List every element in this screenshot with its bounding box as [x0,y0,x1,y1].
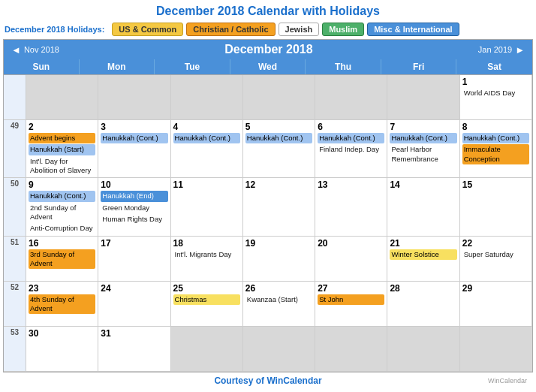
date-num: 5 [245,122,312,132]
date-num: 6 [318,122,384,132]
date-num: 20 [318,238,384,249]
calendar-event: Hanukkah (End) [101,191,167,201]
week-num: 53 [4,327,26,372]
day-header-tue: Tue [155,59,230,74]
date-num: 27 [318,283,384,294]
day-header-thu: Thu [306,59,381,74]
cal-cell: 6Hanukkah (Cont.)Finland Indep. Day [315,120,387,178]
tab-misc-international[interactable]: Misc & International [367,23,459,36]
cal-cell [460,327,532,372]
day-header-mon: Mon [80,59,155,74]
date-num: 15 [462,179,529,190]
date-num: 9 [29,179,95,190]
footer-text: Courtesy of WinCalendar [214,375,321,386]
wincalendar-credit: WinCalendar [488,377,527,384]
date-num: 4 [173,122,240,132]
calendar-event: World AIDS Day [462,88,529,98]
cal-cell: 3Hanukkah (Cont.) [98,120,170,178]
date-num: 24 [101,283,167,294]
cal-cell: 11 [171,178,243,236]
cal-cell [387,327,459,372]
calendar-event: Pearl Harbor Remembrance [390,144,456,164]
date-num: 10 [101,179,167,190]
tab-jewish[interactable]: Jewish [279,23,320,36]
calendar-container: ◄ Nov 2018 December 2018 Jan 2019 ► Sun … [3,39,533,372]
calendar-event: 2nd Sunday of Advent [29,203,95,223]
cal-cell: 19 [243,237,315,282]
cal-cell: 29 [460,282,532,327]
date-num: 31 [101,328,167,339]
calendar-event: Finland Indep. Day [318,144,384,155]
date-num: 2 [29,122,95,132]
date-num: 1 [462,77,529,87]
date-num: 30 [29,328,95,339]
calendar-event: 4th Sunday of Advent [29,294,95,315]
calendar-grid: 1World AIDS Day492Advent beginsHanukkah … [4,74,532,372]
cal-cell: 28 [387,282,459,327]
day-headers: Sun Mon Tue Wed Thu Fri Sat [4,59,532,74]
date-num: 21 [390,238,456,249]
calendar-event: Immaculate Conception [462,144,529,164]
calendar-event: St John [318,294,384,305]
cal-cell: 10Hanukkah (End)Green MondayHuman Rights… [98,178,170,236]
calendar-event: Green Monday [101,203,167,213]
cal-cell: 8Hanukkah (Cont.)Immaculate Conception [460,120,532,178]
calendar-event: Super Saturday [462,249,529,260]
calendar-event: Hanukkah (Cont.) [390,133,456,143]
prev-month-link[interactable]: Nov 2018 [24,45,59,54]
calendar-event: Kwanzaa (Start) [245,294,312,305]
cal-cell [26,75,98,120]
date-num: 23 [29,283,95,294]
page-title: December 2018 Calendar with Holidays [0,0,536,21]
cal-cell: 5Hanukkah (Cont.) [243,120,315,178]
cal-cell: 12 [243,178,315,236]
calendar-event: Hanukkah (Cont.) [29,191,95,201]
cal-cell [243,75,315,120]
calendar-event: Advent begins [29,133,95,143]
cal-cell [387,75,459,120]
calendar-event: Anti-Corruption Day [29,223,95,234]
date-num: 13 [318,179,384,190]
cal-cell: 31 [98,327,170,372]
cal-cell: 25Christmas [171,282,243,327]
prev-arrow[interactable]: ◄ [11,44,21,56]
cal-cell [98,75,170,120]
date-num: 18 [173,238,240,249]
cal-cell: 9Hanukkah (Cont.)2nd Sunday of AdventAnt… [26,178,98,236]
tab-christian-catholic[interactable]: Christian / Catholic [186,23,275,36]
calendar-event: Christmas [173,294,240,305]
day-header-sun: Sun [4,59,80,74]
calendar-event: Human Rights Day [101,214,167,225]
date-num: 28 [390,283,456,294]
calendar-event: Hanukkah (Cont.) [173,133,240,143]
date-num: 17 [101,238,167,249]
calendar-event: Winter Solstice [390,249,456,260]
holidays-label: December 2018 Holidays: [5,25,104,34]
calendar-event: Int'l. Migrants Day [173,249,240,260]
cal-cell: 27St John [315,282,387,327]
next-month-link[interactable]: Jan 2019 [478,45,512,54]
cal-cell: 22Super Saturday [460,237,532,282]
cal-cell [171,327,243,372]
calendar-event: Hanukkah (Cont.) [318,133,384,143]
next-arrow[interactable]: ► [515,44,525,56]
prev-nav: ◄ Nov 2018 [11,44,59,56]
day-header-sat: Sat [456,59,532,74]
cal-cell: 20 [315,237,387,282]
date-num: 14 [390,179,456,190]
top-bar: December 2018 Holidays: US & Common Chri… [0,21,536,39]
tab-muslim[interactable]: Muslim [322,23,364,36]
day-header-fri: Fri [381,59,457,74]
cal-cell: 18Int'l. Migrants Day [171,237,243,282]
cal-cell [243,327,315,372]
calendar-event: Hanukkah (Cont.) [245,133,312,143]
date-num: 26 [245,283,312,294]
date-num: 8 [462,122,529,132]
cal-cell: 26Kwanzaa (Start) [243,282,315,327]
cal-cell: 4Hanukkah (Cont.) [171,120,243,178]
tab-us-common[interactable]: US & Common [112,23,183,36]
cal-cell [171,75,243,120]
date-num: 3 [101,122,167,132]
calendar-event: Int'l. Day for Abolition of Slavery [29,156,95,176]
cal-cell: 21Winter Solstice [387,237,459,282]
